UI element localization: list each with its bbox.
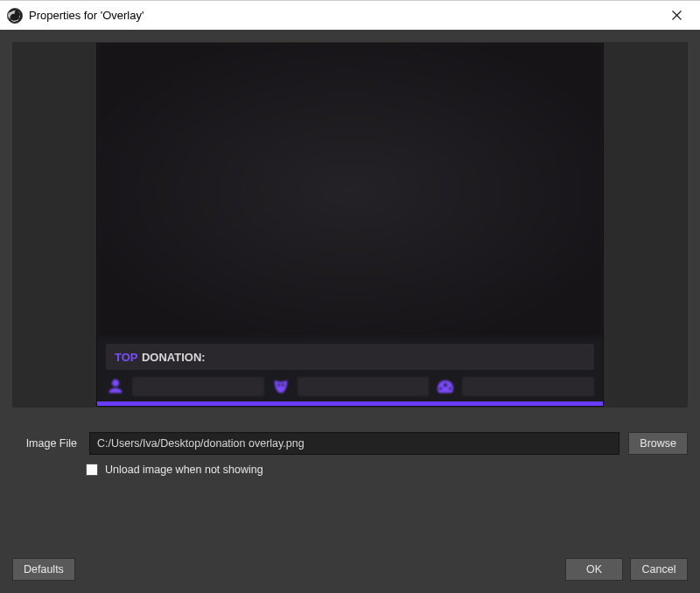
donation-top-label: TOP	[115, 351, 138, 364]
dialog-content: TOP DONATION:	[0, 30, 700, 593]
donation-slot-2	[271, 377, 430, 396]
close-button[interactable]	[656, 2, 696, 30]
dialog-footer: Defaults OK Cancel	[0, 548, 700, 593]
image-file-input[interactable]	[89, 432, 620, 455]
donation-bar: TOP DONATION:	[97, 337, 603, 401]
donation-slot-1	[106, 377, 264, 396]
unload-checkbox[interactable]	[86, 464, 98, 476]
donation-label: DONATION:	[142, 351, 206, 364]
person-icon	[106, 377, 125, 396]
donation-field-2	[298, 377, 430, 396]
image-file-row: Image File Browse	[12, 432, 688, 455]
preview-accent-line	[97, 401, 603, 406]
unload-checkbox-row: Unload image when not showing	[86, 464, 688, 476]
window-title: Properties for 'Overlay'	[29, 9, 144, 22]
cancel-button[interactable]: Cancel	[630, 558, 688, 581]
preview-frame: TOP DONATION:	[12, 42, 688, 408]
preview-webcam-area	[97, 44, 603, 337]
ok-button[interactable]: OK	[565, 558, 623, 581]
defaults-button[interactable]: Defaults	[12, 558, 75, 581]
donation-icons-row	[106, 377, 594, 396]
unload-checkbox-label[interactable]: Unload image when not showing	[105, 464, 263, 476]
donation-slot-3	[436, 377, 594, 396]
donation-title-row: TOP DONATION:	[106, 344, 594, 370]
mask-icon	[271, 377, 290, 396]
preview-image: TOP DONATION:	[96, 43, 604, 407]
image-file-label: Image File	[12, 437, 80, 450]
browse-button[interactable]: Browse	[628, 432, 688, 455]
titlebar: Properties for 'Overlay'	[0, 0, 700, 30]
properties-form: Image File Browse Unload image when not …	[0, 420, 700, 548]
preview-outer: TOP DONATION:	[0, 30, 700, 420]
donation-field-1	[132, 377, 264, 396]
gauge-icon	[436, 377, 455, 396]
obs-logo-icon	[7, 8, 23, 24]
close-icon	[672, 10, 682, 20]
donation-field-3	[462, 377, 594, 396]
